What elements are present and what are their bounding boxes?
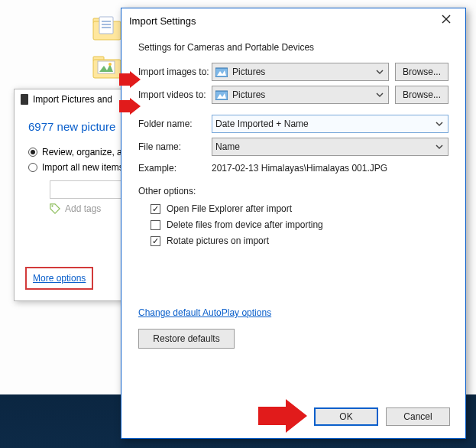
label-folder-name: Folder name: — [138, 118, 212, 129]
chevron-down-icon — [374, 67, 385, 77]
label-import-videos: Import videos to: — [138, 89, 212, 100]
chevron-down-icon — [434, 118, 445, 129]
desktop-folder-documents[interactable] — [92, 15, 124, 43]
settings-titlebar[interactable]: Import Settings — [121, 8, 465, 33]
label-other-options: Other options: — [138, 186, 448, 196]
svg-point-11 — [51, 205, 53, 206]
combo-import-images[interactable]: Pictures — [212, 63, 389, 81]
close-icon — [441, 14, 452, 24]
tag-icon — [50, 203, 60, 214]
svg-rect-2 — [99, 17, 113, 34]
radio-icon — [28, 163, 37, 172]
label-file-name: File name: — [138, 141, 212, 152]
close-button[interactable] — [435, 14, 458, 28]
label-example: Example: — [138, 163, 212, 174]
check-open-explorer[interactable]: Open File Explorer after import — [151, 201, 448, 216]
combo-import-videos[interactable]: Pictures — [212, 86, 389, 104]
more-options-link[interactable]: More options — [33, 273, 86, 284]
svg-point-10 — [108, 63, 112, 66]
svg-marker-18 — [119, 71, 141, 88]
svg-marker-19 — [119, 98, 141, 115]
wizard-title: Import Pictures and — [33, 94, 112, 105]
chevron-down-icon — [374, 89, 385, 100]
section-heading: Settings for Cameras and Portable Device… — [138, 42, 448, 53]
label-import-images: Import images to: — [138, 67, 212, 77]
example-value: 2017-02-13 Himalayas\Himalayas 001.JPG — [212, 163, 448, 174]
browse-images-button[interactable]: Browse... — [395, 63, 448, 81]
checkbox-icon — [151, 220, 160, 230]
annotation-arrow-ok — [258, 399, 309, 433]
more-options-highlight: More options — [25, 267, 93, 290]
restore-defaults-button[interactable]: Restore defaults — [138, 329, 235, 349]
browse-videos-button[interactable]: Browse... — [395, 86, 448, 104]
ok-button[interactable]: OK — [314, 407, 378, 426]
checkbox-icon — [151, 204, 160, 214]
svg-marker-20 — [258, 399, 307, 433]
radio-icon — [28, 148, 37, 157]
svg-rect-14 — [215, 68, 228, 77]
annotation-arrow-images — [119, 71, 142, 88]
svg-rect-16 — [215, 91, 228, 100]
device-icon — [21, 94, 28, 105]
check-delete-after[interactable]: Delete files from device after importing — [151, 217, 448, 232]
checkbox-icon — [151, 236, 160, 246]
import-settings-dialog: Import Settings Settings for Cameras and… — [121, 8, 466, 439]
check-rotate[interactable]: Rotate pictures on import — [151, 233, 448, 248]
annotation-arrow-videos — [119, 98, 142, 115]
pictures-folder-icon — [215, 89, 228, 100]
autoplay-link[interactable]: Change default AutoPlay options — [138, 307, 271, 318]
chevron-down-icon — [434, 141, 445, 152]
cancel-button[interactable]: Cancel — [386, 407, 450, 426]
pictures-folder-icon — [215, 67, 228, 77]
combo-file-name[interactable]: Name — [212, 138, 448, 156]
combo-folder-name[interactable]: Date Imported + Name — [212, 115, 448, 133]
settings-title: Import Settings — [129, 15, 196, 27]
